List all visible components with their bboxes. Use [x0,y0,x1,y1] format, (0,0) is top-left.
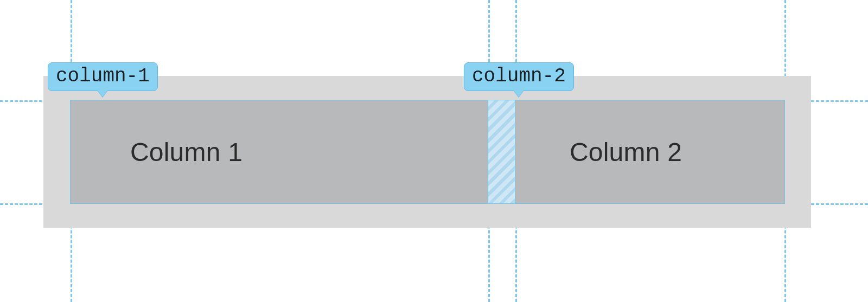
grid-column-2-text: Column 2 [570,137,682,167]
grid-line-label-text: column-2 [472,65,566,87]
grid-line-label-text: column-1 [56,65,150,87]
grid-tracks-area: Column 1 Column 2 [71,100,784,203]
grid-line-label-column-2: column-2 [464,62,574,91]
grid-line-label-column-1: column-1 [48,62,158,91]
grid-column-gap [488,100,515,203]
grid-column-1: Column 1 [71,100,488,203]
grid-column-1-text: Column 1 [130,137,242,167]
grid-column-2: Column 2 [515,100,784,203]
